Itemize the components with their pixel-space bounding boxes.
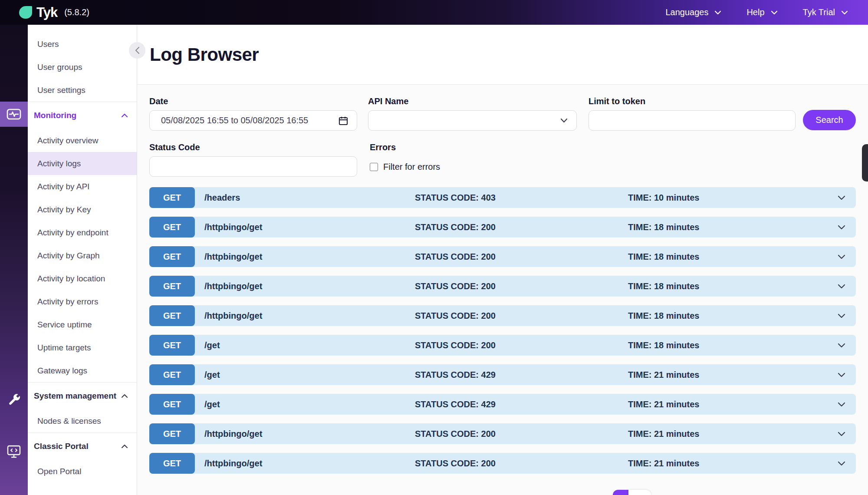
sidebar-item-uptime-targets[interactable]: Uptime targets xyxy=(28,336,137,359)
sidebar-item-gateway-logs[interactable]: Gateway logs xyxy=(28,359,137,382)
chevron-down-icon[interactable] xyxy=(838,284,845,289)
api-name-select[interactable] xyxy=(368,110,577,131)
sidebar-item-label: Activity by location xyxy=(37,274,105,284)
log-row[interactable]: GET /headers STATUS CODE: 403 TIME: 10 m… xyxy=(149,187,856,208)
log-path: /httpbingo/get xyxy=(204,276,262,297)
sidebar-item-open-portal[interactable]: Open Portal xyxy=(28,460,137,483)
log-row[interactable]: GET /httpbingo/get STATUS CODE: 200 TIME… xyxy=(149,423,856,444)
method-badge: GET xyxy=(149,453,195,474)
log-time: TIME: 21 minutes xyxy=(628,423,699,444)
status-code-input[interactable] xyxy=(149,156,357,177)
sidebar-item-activity-by-location[interactable]: Activity by location xyxy=(28,267,137,290)
log-row[interactable]: GET /get STATUS CODE: 200 TIME: 18 minut… xyxy=(149,335,856,356)
sidebar-item-users[interactable]: Users xyxy=(28,33,137,56)
chevron-down-icon[interactable] xyxy=(838,195,845,200)
menu-help[interactable]: Help xyxy=(746,7,777,17)
system-strip-button[interactable] xyxy=(0,393,28,406)
log-status: STATUS CODE: 429 xyxy=(415,364,496,385)
log-row[interactable]: GET /httpbingo/get STATUS CODE: 200 TIME… xyxy=(149,276,856,297)
filter-for-errors-checkbox[interactable] xyxy=(370,163,378,171)
monitoring-strip-button[interactable] xyxy=(0,102,28,127)
method-badge: GET xyxy=(149,187,195,208)
chevron-down-icon[interactable] xyxy=(838,343,845,348)
calendar-icon[interactable] xyxy=(339,116,348,125)
log-time: TIME: 21 minutes xyxy=(628,453,699,474)
section-label: Classic Portal xyxy=(34,442,89,451)
log-row[interactable]: GET /get STATUS CODE: 429 TIME: 21 minut… xyxy=(149,394,856,415)
sidebar-item-activity-by-api[interactable]: Activity by API xyxy=(28,175,137,198)
log-path: /httpbingo/get xyxy=(204,453,262,474)
method-badge: GET xyxy=(149,276,195,297)
chevron-down-icon[interactable] xyxy=(838,432,845,436)
pagination-active-page[interactable] xyxy=(613,490,628,495)
sidebar-item-user-groups[interactable]: User groups xyxy=(28,56,137,79)
method-badge: GET xyxy=(149,394,195,415)
chevron-down-icon[interactable] xyxy=(838,402,845,407)
section-label: Monitoring xyxy=(34,111,76,120)
sidebar-item-service-uptime[interactable]: Service uptime xyxy=(28,313,137,336)
sidebar-item-activity-overview[interactable]: Activity overview xyxy=(28,129,137,152)
chevron-down-icon xyxy=(841,10,848,15)
log-path: /get xyxy=(204,394,220,415)
sidebar-item-label: Service uptime xyxy=(37,320,92,330)
brand[interactable]: Tyk (5.8.2) xyxy=(19,5,89,20)
date-range-input[interactable]: 05/08/2025 16:55 to 05/08/2025 16:55 xyxy=(149,110,357,131)
menu-account[interactable]: Tyk Trial xyxy=(803,7,848,17)
log-row[interactable]: GET /httpbingo/get STATUS CODE: 200 TIME… xyxy=(149,217,856,238)
portal-monitor-icon xyxy=(7,445,21,458)
sidebar-item-label: Activity logs xyxy=(37,159,81,168)
sidebar-item-activity-logs[interactable]: Activity logs xyxy=(28,152,137,175)
version-label: (5.8.2) xyxy=(64,7,89,17)
chevron-down-icon[interactable] xyxy=(838,461,845,466)
status-code-label: Status Code xyxy=(149,142,200,152)
sidebar-section-system-management[interactable]: System management xyxy=(28,383,137,409)
sidebar-item-activity-by-errors[interactable]: Activity by errors xyxy=(28,290,137,313)
sidebar-item-user-settings[interactable]: User settings xyxy=(28,79,137,102)
search-button[interactable]: Search xyxy=(803,110,856,130)
sidebar-item-activity-by-key[interactable]: Activity by Key xyxy=(28,198,137,221)
icon-strip xyxy=(0,25,28,495)
log-time: TIME: 21 minutes xyxy=(628,394,699,415)
sidebar-item-label: User groups xyxy=(37,63,82,72)
chevron-left-icon xyxy=(135,46,140,54)
scrollbar-thumb[interactable] xyxy=(862,144,868,182)
api-name-label: API Name xyxy=(368,96,408,106)
log-time: TIME: 18 minutes xyxy=(628,335,699,356)
limit-to-token-input[interactable] xyxy=(589,110,796,131)
menu-languages[interactable]: Languages xyxy=(665,7,721,17)
section-label: System management xyxy=(34,391,116,401)
chevron-down-icon[interactable] xyxy=(838,254,845,259)
sidebar-section-monitoring[interactable]: Monitoring xyxy=(28,102,137,129)
method-badge: GET xyxy=(149,364,195,385)
pagination-next-page[interactable] xyxy=(628,490,651,495)
sidebar-item-activity-by-endpoint[interactable]: Activity by endpoint xyxy=(28,221,137,244)
log-row[interactable]: GET /httpbingo/get STATUS CODE: 200 TIME… xyxy=(149,453,856,474)
log-path: /httpbingo/get xyxy=(204,246,262,267)
portal-strip-button[interactable] xyxy=(0,445,28,458)
method-badge: GET xyxy=(149,423,195,444)
chevron-down-icon[interactable] xyxy=(838,314,845,318)
page-title: Log Browser xyxy=(150,44,259,65)
app-screen: Tyk (5.8.2) Languages Help Tyk Trial xyxy=(0,0,868,495)
menu-languages-label: Languages xyxy=(665,7,708,17)
sidebar-item-label: User settings xyxy=(37,86,85,95)
sidebar-item-activity-by-graph[interactable]: Activity by Graph xyxy=(28,244,137,267)
sidebar-item-nodes-licenses[interactable]: Nodes & licenses xyxy=(28,409,137,432)
chevron-down-icon[interactable] xyxy=(838,373,845,377)
log-status: STATUS CODE: 200 xyxy=(415,246,496,267)
log-path: /headers xyxy=(204,187,240,208)
log-status: STATUS CODE: 200 xyxy=(415,335,496,356)
sidebar-item-label: Nodes & licenses xyxy=(37,416,101,426)
filter-for-errors-label: Filter for errors xyxy=(383,162,440,172)
log-row[interactable]: GET /httpbingo/get STATUS CODE: 200 TIME… xyxy=(149,246,856,267)
log-browser-panel: Date API Name Limit to token 05/08/2025 … xyxy=(138,85,868,495)
log-row[interactable]: GET /httpbingo/get STATUS CODE: 200 TIME… xyxy=(149,305,856,326)
sidebar-collapse-button[interactable] xyxy=(129,42,145,59)
chevron-down-icon[interactable] xyxy=(838,225,845,230)
brand-name: Tyk xyxy=(36,5,57,20)
log-row[interactable]: GET /get STATUS CODE: 429 TIME: 21 minut… xyxy=(149,364,856,385)
chevron-up-icon xyxy=(121,394,128,398)
log-path: /get xyxy=(204,335,220,356)
log-path: /httpbingo/get xyxy=(204,423,262,444)
sidebar-section-classic-portal[interactable]: Classic Portal xyxy=(28,433,137,460)
